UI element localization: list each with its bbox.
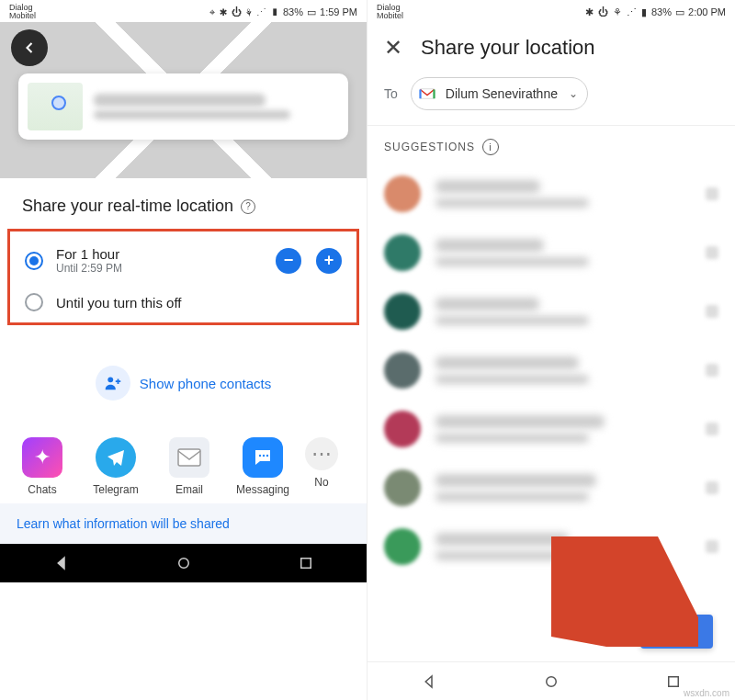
svg-point-5 <box>178 559 188 569</box>
suggestion-item[interactable] <box>384 223 718 282</box>
suggestion-item[interactable] <box>384 517 718 576</box>
avatar <box>384 469 421 506</box>
svg-point-4 <box>266 455 268 457</box>
avatar <box>384 352 421 389</box>
info-icon[interactable]: i <box>482 139 499 155</box>
chevron-down-icon: ⌄ <box>569 87 578 100</box>
avatar <box>384 234 421 271</box>
share-app-email[interactable]: Email <box>156 437 222 496</box>
share-header: ✕ Share your location <box>368 22 735 77</box>
suggestion-item[interactable] <box>384 164 718 223</box>
phone-right: Dialog Mobitel ✱ ⏻ ⚘ ⋰ ▮ 83% ▭ 2:00 PM ✕… <box>368 0 735 700</box>
status-icons: ✱ ⏻ ⚘ ⋰ ▮ <box>585 6 648 18</box>
carrier-line2: Mobitel <box>9 12 36 20</box>
suggestions-heading: SUGGESTIONS i <box>368 126 735 161</box>
battery-icon: ▭ <box>307 6 316 18</box>
learn-info-link[interactable]: Learn what information will be shared <box>0 503 367 544</box>
avatar <box>384 293 421 330</box>
page-title: Share your location <box>421 36 595 60</box>
send-button[interactable]: Send <box>640 615 713 649</box>
suggestions-list <box>368 161 735 580</box>
nav-home-icon[interactable] <box>543 673 560 690</box>
map-preview <box>0 22 367 178</box>
radio-selected-icon[interactable] <box>25 252 43 270</box>
svg-point-0 <box>107 377 113 382</box>
recipient-name: Dilum Senevirathne <box>446 86 558 101</box>
share-app-next[interactable]: ⋯ No <box>303 437 340 496</box>
statusbar-left: Dialog Mobitel ⌖ ✱ ⏻ ⚘ ⋰ ▮ 83% ▭ 1:59 PM <box>0 0 367 22</box>
avatar <box>384 175 421 212</box>
clock-right: 2:00 PM <box>688 6 726 17</box>
option1-title: For 1 hour <box>56 246 263 262</box>
share-apps-row: ✦ Chats Telegram Email Messaging ⋯ No <box>0 428 367 503</box>
map-thumbnail <box>28 83 83 130</box>
option-until-off[interactable]: Until you turn this off <box>19 284 347 321</box>
increase-button[interactable]: + <box>316 248 342 274</box>
watermark: wsxdn.com <box>684 688 729 698</box>
status-icons: ⌖ ✱ ⏻ ⚘ ⋰ ▮ <box>209 6 279 18</box>
back-button[interactable] <box>11 29 48 66</box>
option1-sub: Until 2:59 PM <box>56 262 263 275</box>
system-navbar-left <box>0 544 367 582</box>
messenger-icon: ✦ <box>22 437 62 478</box>
avatar <box>384 528 421 565</box>
nav-back-icon[interactable] <box>53 555 70 571</box>
decrease-button[interactable]: − <box>276 248 301 274</box>
option2-title: Until you turn this off <box>56 295 342 310</box>
svg-rect-6 <box>300 559 311 569</box>
gmail-icon <box>416 83 438 105</box>
to-row: To Dilum Senevirathne ⌄ <box>368 77 735 126</box>
suggestion-item[interactable] <box>384 400 718 458</box>
email-icon <box>169 437 209 478</box>
share-app-messaging[interactable]: Messaging <box>230 437 296 496</box>
help-icon[interactable]: ? <box>241 199 255 214</box>
svg-point-7 <box>547 676 557 686</box>
sheet-title: Share your real-time location ? <box>0 178 367 229</box>
svg-rect-1 <box>178 449 200 466</box>
location-pin-icon <box>51 96 66 110</box>
option-for-1-hour[interactable]: For 1 hour Until 2:59 PM − + <box>19 237 347 284</box>
duration-options-highlight: For 1 hour Until 2:59 PM − + Until you t… <box>7 229 359 325</box>
nav-recent-icon[interactable] <box>298 555 314 571</box>
telegram-icon <box>96 437 136 478</box>
show-phone-contacts-button[interactable]: Show phone contacts <box>0 325 367 428</box>
share-app-telegram[interactable]: Telegram <box>83 437 149 496</box>
svg-rect-8 <box>669 676 679 686</box>
add-contact-icon <box>96 366 130 401</box>
nav-recent-icon[interactable] <box>665 673 682 690</box>
current-location-card[interactable] <box>18 73 348 140</box>
statusbar-right: Dialog Mobitel ✱ ⏻ ⚘ ⋰ ▮ 83% ▭ 2:00 PM <box>368 0 735 22</box>
suggestion-item[interactable] <box>384 458 718 517</box>
nav-back-icon[interactable] <box>421 673 437 690</box>
svg-point-2 <box>259 455 261 457</box>
avatar <box>384 411 421 447</box>
recipient-chip[interactable]: Dilum Senevirathne ⌄ <box>411 77 588 110</box>
to-label: To <box>384 86 398 101</box>
share-app-chats[interactable]: ✦ Chats <box>9 437 75 496</box>
nav-home-icon[interactable] <box>175 555 192 571</box>
clock-left: 1:59 PM <box>320 6 357 17</box>
close-button[interactable]: ✕ <box>384 35 402 61</box>
battery-pct: 83% <box>283 6 303 17</box>
radio-unselected-icon[interactable] <box>25 293 43 311</box>
system-navbar-right <box>368 661 735 700</box>
suggestion-item[interactable] <box>384 282 718 341</box>
suggestion-item[interactable] <box>384 341 718 400</box>
next-app-icon: ⋯ <box>305 437 338 470</box>
phone-left: Dialog Mobitel ⌖ ✱ ⏻ ⚘ ⋰ ▮ 83% ▭ 1:59 PM… <box>0 0 368 700</box>
svg-point-3 <box>263 455 265 457</box>
messaging-icon <box>243 437 283 478</box>
